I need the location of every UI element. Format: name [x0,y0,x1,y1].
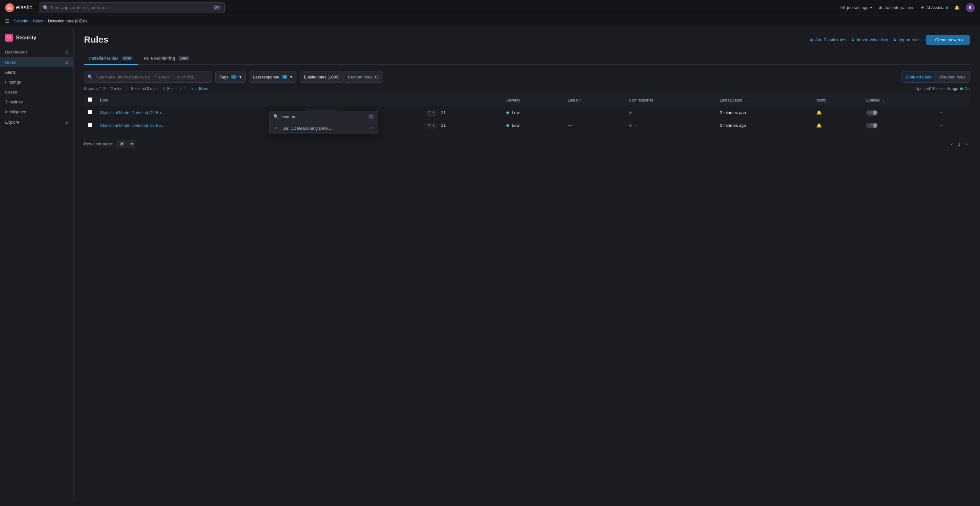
global-search-input[interactable] [51,5,210,10]
sidebar-item-timelines[interactable]: Timelines [0,97,73,107]
sidebar-item-cases[interactable]: Cases [0,87,73,97]
create-new-rule-button[interactable]: + Create new rule [926,35,970,45]
sidebar-item-rules[interactable]: Rules ⊞ [0,57,73,67]
page-title-row: Rules ⊕ Add Elastic rules ⬇ Import value… [84,35,970,45]
td-last-updated-2: 2 minutes ago [716,119,812,132]
prev-page-button[interactable]: ‹ [948,140,955,148]
search-shortcut: ⌘/ [213,5,221,10]
user-menu-button[interactable]: E [966,3,975,12]
tab-rule-monitoring[interactable]: Rule Monitoring 1090 [138,52,195,65]
rule-name-link-2[interactable]: Statistical Model Detected C2 Be... [100,123,164,128]
enabled-rules-filter-button[interactable]: Enabled rules [902,71,935,82]
import-rules-button[interactable]: ⬇ Import rules [893,38,921,42]
sidebar-toggle-button[interactable]: ☰ [5,18,10,24]
autocomplete-input[interactable] [282,114,366,119]
avatar: E [966,3,975,12]
ai-assistant-label: AI Assistant [926,5,948,10]
th-rule[interactable]: Rule [96,94,301,106]
add-elastic-rules-button[interactable]: ⊕ Add Elastic rules [810,38,846,42]
clear-filters-link[interactable]: clear filters [189,86,208,91]
enabled-rules-label: Enabled rules [906,75,931,79]
rule-search-input[interactable] [95,75,208,79]
sidebar-item-findings[interactable]: Findings [0,77,73,87]
elastic-logo[interactable]: elastic [5,3,32,12]
response-text-1: — [634,110,638,115]
elastic-logo-text: elastic [16,4,32,11]
more-actions-button-2[interactable]: ··· [940,123,944,128]
breadcrumb-sep-2: › [45,19,46,23]
elastic-rules-label: Elastic rules (1090) [304,75,339,79]
td-shield-2: 🛡 3 21 [421,119,503,132]
disabled-rules-filter-button[interactable]: Disabled rules [935,71,970,82]
last-response-filter-button[interactable]: Last response 3 ▾ [249,71,297,82]
rule-monitoring-label: Rule Monitoring [143,56,175,61]
status-row: Showing 1-2 of 2 rules | Selected 0 rule… [84,86,970,91]
sidebar: 🛡 Security Dashboards ⊞ Rules ⊞ Alerts F… [0,27,74,502]
th-last-updated[interactable]: Last updated ↓ [716,94,812,106]
sidebar-item-alerts[interactable]: Alerts [0,67,73,77]
ml-job-settings-button[interactable]: ML job settings ▾ [840,5,872,10]
response-dot-2 [629,124,632,127]
shield-count-1: 3 [433,111,434,115]
tab-installed-rules[interactable]: Installed Rules 1090 [84,52,138,65]
ai-assistant-button[interactable]: ✦ AI Assistant [921,5,948,10]
global-search-bar[interactable]: 🔍 ⌘/ [39,2,225,13]
bell-icon-2[interactable]: 🔔 [816,123,822,128]
add-integrations-button[interactable]: ⊕ Add integrations [879,5,914,10]
rules-label: Rules [5,60,16,65]
last-response-count-badge: 3 [282,75,288,79]
import-value-lists-button[interactable]: ⬇ Import value lists [851,38,888,42]
disabled-rules-label: Disabled rules [939,75,966,79]
enabled-toggle-1[interactable]: ✕ [866,110,878,116]
timelines-label: Timelines [5,100,23,105]
sidebar-item-dashboards-left: Dashboards [5,50,27,54]
row-checkbox-1[interactable] [88,110,92,114]
shield-count-2: 3 [433,124,434,127]
add-integrations-label: Add integrations [884,5,914,10]
select-all-link[interactable]: ⊕ Select all 2 [162,86,186,91]
td-last-run-2: — [564,119,625,132]
breadcrumb-rules[interactable]: Rules [33,19,43,23]
online-dot [960,87,963,90]
add-elastic-rules-label: Add Elastic rules [815,38,846,42]
sidebar-item-rules-left: Rules [5,60,16,65]
td-more-2: ··· [936,119,970,132]
main-content: Rules ⊕ Add Elastic rules ⬇ Import value… [74,27,980,502]
enabled-toggle-2[interactable]: ✕ [866,123,878,128]
elastic-rules-filter-button[interactable]: Elastic rules (1090) [300,71,344,82]
notifications-button[interactable]: 🔔 [955,5,959,10]
severity-dot-2 [506,124,509,127]
breadcrumb-security[interactable]: Security [14,19,28,23]
import-rules-icon: ⬇ [893,38,897,42]
select-all-checkbox[interactable] [88,97,92,102]
th-integrations [301,94,421,106]
next-page-button[interactable]: › [963,140,970,148]
chevron-down-icon: ▾ [870,5,872,10]
more-actions-button-1[interactable]: ··· [940,110,944,116]
create-icon: + [931,38,934,42]
th-notify: Notify [812,94,862,106]
th-enabled[interactable]: Enabled ↓ [862,94,936,106]
sidebar-item-intelligence[interactable]: Intelligence [0,107,73,117]
custom-rules-filter-button[interactable]: Custom rules (0) [344,71,383,82]
shield-badge-1: 🛡 3 [425,110,438,116]
status-sep-1: | [126,86,127,91]
rule-search-wrap[interactable]: 🔍 [84,71,212,82]
rows-per-page-select[interactable]: 20 50 100 [116,140,135,148]
row-checkbox-2[interactable] [88,123,92,127]
shield-badge-2: 🛡 3 [425,123,438,128]
tags-label: Tags [220,75,228,79]
sidebar-item-explore[interactable]: Explore ⊞ [0,117,73,127]
td-last-run-1: — [564,106,625,119]
rule-name-link-1[interactable]: Statistical Model Detected C2 Be... [100,110,164,115]
autocomplete-clear-button[interactable]: ✕ [368,114,374,119]
table-row: Statistical Model Detected C2 Be... ⚙ 1/… [84,106,970,119]
tabs-row: Installed Rules 1090 Rule Monitoring 109… [84,52,970,65]
td-last-response-2: — [625,119,716,132]
bell-icon-1[interactable]: 🔔 [816,110,822,115]
autocomplete-suggestion[interactable]: ✓ ...se: C2 Beaconing Dete... ↵ [269,122,378,134]
sidebar-item-dashboards[interactable]: Dashboards ⊞ [0,47,73,57]
check-icon: ✓ [274,125,278,131]
tags-filter-button[interactable]: Tags 1 ▾ [215,71,246,82]
rows-per-page: Rows per page: 20 50 100 [84,140,137,148]
